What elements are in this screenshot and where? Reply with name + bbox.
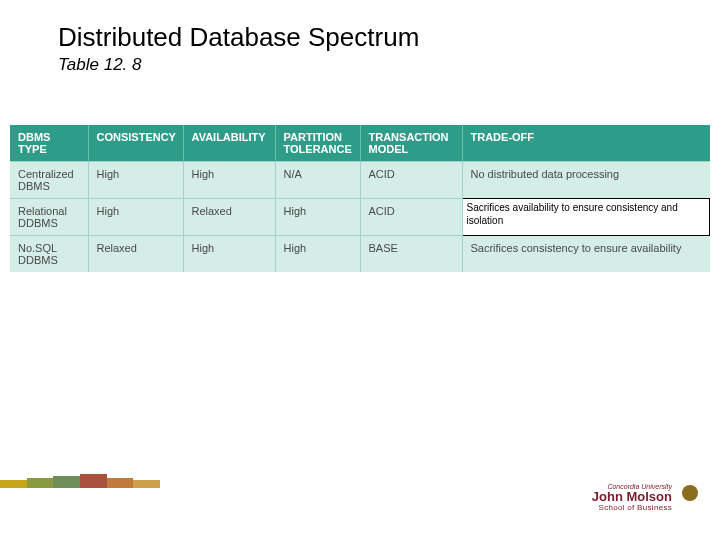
cell-dbms-type: Relational DDBMS [10, 199, 88, 236]
cell-availability: High [183, 162, 275, 199]
cell-tradeoff: Sacrifices consistency to ensure availab… [462, 236, 710, 273]
school-logo: Concordia University John Molson School … [592, 483, 698, 512]
table-row: Centralized DBMS High High N/A ACID No d… [10, 162, 710, 199]
decorative-bar [107, 478, 134, 488]
table-header-row: DBMS TYPE CONSISTENCY AVAILABILITY PARTI… [10, 125, 710, 162]
logo-school-name: John Molson [592, 490, 672, 504]
logo-seal-icon [682, 485, 698, 501]
col-header-transaction: TRANSACTION MODEL [360, 125, 462, 162]
col-header-consistency: CONSISTENCY [88, 125, 183, 162]
cell-tradeoff: No distributed data processing [462, 162, 710, 199]
cell-dbms-type: Centralized DBMS [10, 162, 88, 199]
decorative-bar [80, 474, 107, 488]
decorative-bar [53, 476, 80, 488]
cell-transaction: BASE [360, 236, 462, 273]
col-header-dbms-type: DBMS TYPE [10, 125, 88, 162]
logo-school-sub: School of Business [599, 504, 672, 512]
cell-partition: High [275, 199, 360, 236]
cell-availability: Relaxed [183, 199, 275, 236]
cell-dbms-type: No.SQL DDBMS [10, 236, 88, 273]
col-header-tradeoff: TRADE-OFF [462, 125, 710, 162]
page-title: Distributed Database Spectrum [58, 22, 720, 53]
cell-transaction: ACID [360, 162, 462, 199]
cell-tradeoff: Sacrifices availability to ensure consis… [462, 199, 710, 236]
cell-consistency: High [88, 162, 183, 199]
cell-partition: High [275, 236, 360, 273]
cell-consistency: Relaxed [88, 236, 183, 273]
cell-transaction: ACID [360, 199, 462, 236]
table-row: Relational DDBMS High Relaxed High ACID … [10, 199, 710, 236]
dbms-spectrum-table: DBMS TYPE CONSISTENCY AVAILABILITY PARTI… [10, 125, 710, 272]
table-number: Table 12. 8 [58, 55, 720, 75]
cell-consistency: High [88, 199, 183, 236]
decorative-bar [0, 480, 27, 488]
decorative-bar [133, 480, 160, 488]
cell-availability: High [183, 236, 275, 273]
table-row: No.SQL DDBMS Relaxed High High BASE Sacr… [10, 236, 710, 273]
col-header-availability: AVAILABILITY [183, 125, 275, 162]
decorative-bar [27, 478, 54, 488]
footer-decorative-bars [0, 476, 160, 492]
col-header-partition: PARTITION TOLERANCE [275, 125, 360, 162]
cell-partition: N/A [275, 162, 360, 199]
